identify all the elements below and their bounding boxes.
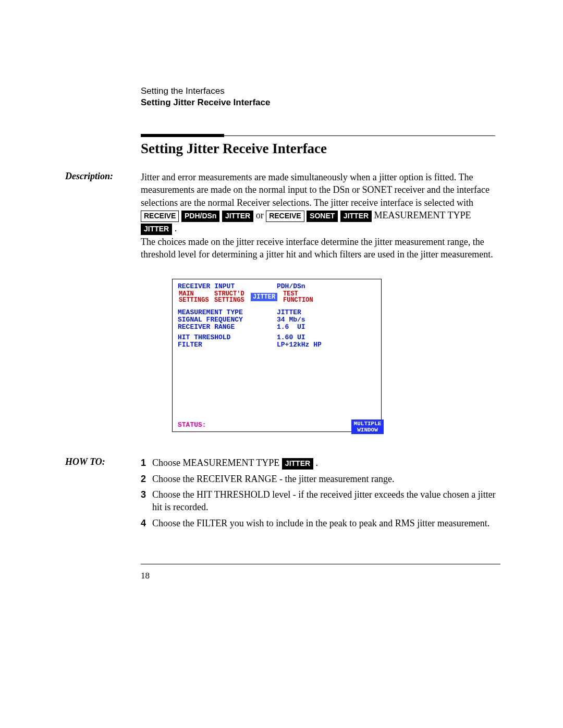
receiver-input-label: RECEIVER INPUT	[178, 282, 235, 290]
instrument-screenshot: RECEIVER INPUT PDH/DSn MAIN SETTINGS STR…	[172, 279, 382, 432]
desc-or: or	[256, 210, 266, 220]
step-2: 2 Choose the RECEIVER RANGE - the jitter…	[141, 473, 500, 485]
key-sonet: SONET	[307, 211, 338, 222]
step-1: 1 Choose MEASUREMENT TYPE JITTER .	[141, 456, 500, 470]
tab-structd-settings: STRUCT'D SETTINGS	[213, 291, 246, 303]
filter-value: LP+12kHz HP	[277, 341, 322, 349]
step-number: 4	[141, 517, 152, 529]
desc-period: .	[175, 223, 177, 233]
signal-frequency-value: 34 Mb/s	[277, 316, 305, 324]
key-pdh-dsn: PDH/DSn	[181, 211, 219, 222]
page-number: 18	[141, 571, 150, 581]
status-label: STATUS:	[178, 421, 206, 429]
key-jitter-3: JITTER	[141, 224, 172, 235]
hit-threshold-value: 1.60 UI	[277, 334, 305, 341]
desc-meas-type: MEASUREMENT TYPE	[374, 210, 471, 220]
key-jitter-2: JITTER	[340, 211, 372, 222]
receiver-input-value: PDH/DSn	[277, 282, 305, 290]
desc-text-1: Jitter and error measurements are made s…	[141, 172, 489, 208]
key-jitter: JITTER	[222, 211, 253, 222]
hit-threshold-label: HIT THRESHOLD	[178, 334, 230, 341]
step-number: 1	[141, 456, 152, 470]
step-3-text: Choose the HIT THRESHOLD level - if the …	[152, 488, 500, 514]
tab-test-function: TEST FUNCTION	[282, 291, 314, 303]
howto-label: HOW TO:	[65, 456, 105, 467]
step-3: 3 Choose the HIT THRESHOLD level - if th…	[141, 488, 500, 514]
step-4: 4 Choose the FILTER you wish to include …	[141, 517, 500, 529]
page-title: Setting Jitter Receive Interface	[141, 141, 327, 157]
section-rule	[141, 130, 500, 140]
key-receive: RECEIVE	[141, 211, 179, 222]
running-header-chapter: Setting the Interfaces	[141, 86, 270, 96]
running-header-section: Setting Jitter Receive Interface	[141, 97, 270, 108]
measurement-type-label: MEASUREMENT TYPE	[178, 309, 243, 316]
filter-label: FILTER	[178, 341, 202, 349]
softkey-multiple-window: MULTIPLE WINDOW	[351, 419, 384, 434]
step-1-key-jitter: JITTER	[282, 458, 313, 470]
receiver-range-label: RECEIVER RANGE	[178, 323, 235, 331]
measurement-type-value: JITTER	[277, 309, 301, 316]
step-2-text: Choose the RECEIVER RANGE - the jitter m…	[152, 473, 500, 485]
tab-jitter-active: JITTER	[251, 293, 277, 301]
step-1-pre: Choose MEASUREMENT TYPE	[152, 458, 282, 468]
step-number: 3	[141, 488, 152, 514]
signal-frequency-label: SIGNAL FREQUENCY	[178, 316, 243, 324]
step-1-post: .	[316, 458, 319, 468]
receiver-range-value: 1.6 UI	[277, 323, 305, 331]
tab-main-settings: MAIN SETTINGS	[178, 291, 210, 303]
howto-steps: 1 Choose MEASUREMENT TYPE JITTER . 2 Cho…	[141, 456, 500, 533]
step-number: 2	[141, 473, 152, 485]
step-4-text: Choose the FILTER you wish to include in…	[152, 517, 500, 529]
description-label: Description:	[65, 171, 113, 182]
description-paragraph-2: The choices made on the jitter receive i…	[141, 236, 500, 261]
footer-rule	[141, 564, 500, 564]
key-receive-2: RECEIVE	[266, 211, 304, 222]
description-body: Jitter and error measurements are made s…	[141, 171, 500, 235]
